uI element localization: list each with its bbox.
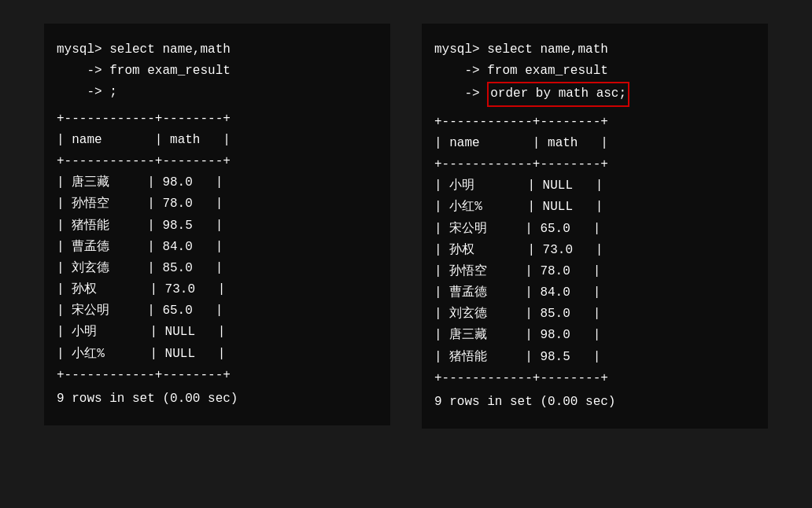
table-row: | 宋公明 | 65.0 | xyxy=(57,300,378,322)
panel-left: mysql> select name,math -> from exam_res… xyxy=(44,24,390,425)
right-table: +------------+--------+ | name | math | … xyxy=(434,112,755,389)
table-row: | 猪悟能 | 98.5 | xyxy=(57,215,378,237)
table-row: | 刘玄德 | 85.0 | xyxy=(57,258,378,279)
table-row: | 曹孟德 | 84.0 | xyxy=(57,237,378,258)
right-border-mid: +------------+--------+ xyxy=(434,154,755,175)
right-prompt-line-3: -> order by math asc; xyxy=(434,82,755,106)
right-prompt-line-1: mysql> select name,math xyxy=(434,39,755,61)
main-container: mysql> select name,math -> from exam_res… xyxy=(0,0,812,508)
right-footer: 9 rows in set (0.00 sec) xyxy=(434,392,755,413)
left-prompt-line-2: -> from exam_result xyxy=(57,61,378,82)
left-table-header: | name | math | xyxy=(57,130,378,151)
table-row: | 小明 | NULL | xyxy=(57,322,378,343)
table-row: | 唐三藏 | 98.0 | xyxy=(57,172,378,193)
table-row: | 唐三藏 | 98.0 | xyxy=(434,325,755,346)
table-row: | 小红% | NULL | xyxy=(57,344,378,365)
table-row: | 小红% | NULL | xyxy=(434,197,755,218)
table-row: | 宋公明 | 65.0 | xyxy=(434,219,755,240)
highlighted-order-by: order by math asc; xyxy=(487,82,629,106)
left-prompt-line-3: -> ; xyxy=(57,82,378,103)
left-footer: 9 rows in set (0.00 sec) xyxy=(57,389,378,410)
right-border-top: +------------+--------+ xyxy=(434,112,755,133)
panel-right: mysql> select name,math -> from exam_res… xyxy=(422,24,768,429)
table-row: | 孙权 | 73.0 | xyxy=(434,240,755,261)
left-border-bot: +------------+--------+ xyxy=(57,365,378,386)
table-row: | 孙悟空 | 78.0 | xyxy=(57,193,378,215)
right-prompt-line-2: -> from exam_result xyxy=(434,61,755,82)
right-border-bot: +------------+--------+ xyxy=(434,368,755,389)
left-table: +------------+--------+ | name | math | … xyxy=(57,109,378,386)
table-row: | 猪悟能 | 98.5 | xyxy=(434,347,755,368)
left-border-mid: +------------+--------+ xyxy=(57,151,378,172)
table-row: | 孙权 | 73.0 | xyxy=(57,279,378,300)
table-row: | 曹孟德 | 84.0 | xyxy=(434,282,755,304)
table-row: | 孙悟空 | 78.0 | xyxy=(434,261,755,282)
left-prompt-line-1: mysql> select name,math xyxy=(57,39,378,61)
left-border-top: +------------+--------+ xyxy=(57,109,378,130)
table-row: | 小明 | NULL | xyxy=(434,175,755,197)
table-row: | 刘玄德 | 85.0 | xyxy=(434,304,755,325)
right-table-header: | name | math | xyxy=(434,133,755,154)
